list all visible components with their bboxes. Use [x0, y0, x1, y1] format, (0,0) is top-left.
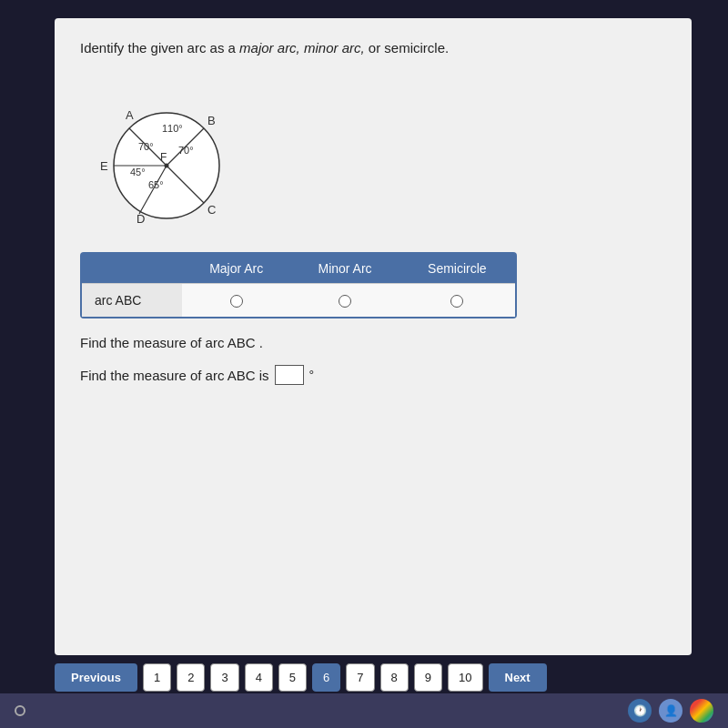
question-instruction: Identify the given arc as a major arc, m… — [80, 40, 666, 56]
table-row: arc ABC — [82, 284, 515, 318]
bottom-dot — [15, 705, 25, 716]
chrome-icon — [690, 699, 713, 723]
clock-icon: 🕐 — [628, 699, 652, 723]
angle-70-right: 70° — [178, 145, 194, 156]
find-text: Find the measure of arc ABC . — [80, 335, 666, 350]
angle-70-left: 70° — [138, 141, 154, 152]
page-btn-1[interactable]: 1 — [143, 663, 171, 692]
page-btn-5[interactable]: 5 — [278, 663, 307, 692]
page-btn-7[interactable]: 7 — [346, 663, 374, 692]
instruction-end: or semicircle. — [365, 40, 450, 56]
find-text-content: Find the measure of arc ABC . — [80, 335, 263, 350]
label-A: A — [126, 108, 134, 122]
arc-table: Major Arc Minor Arc Semicircle arc ABC — [80, 252, 517, 318]
page-btn-10[interactable]: 10 — [448, 663, 482, 692]
circle-svg: A B C D E F 110° 70° 70° 45° 65° — [80, 70, 244, 234]
answer-input[interactable] — [275, 365, 304, 385]
col-label — [82, 254, 182, 284]
radio-minor-circle[interactable] — [339, 295, 351, 308]
arc-label: arc ABC — [82, 284, 182, 318]
answer-row: Find the measure of arc ABC is ° — [80, 365, 666, 385]
label-F: F — [160, 151, 167, 164]
taskbar-icons: 🕐 👤 — [628, 699, 713, 723]
label-E: E — [100, 159, 108, 173]
label-B: B — [207, 114, 216, 127]
page-btn-2[interactable]: 2 — [177, 663, 205, 692]
radio-semi[interactable] — [399, 284, 515, 318]
angle-110: 110° — [162, 123, 183, 134]
radio-major-circle[interactable] — [230, 295, 243, 308]
page-btn-6[interactable]: 6 — [312, 663, 340, 692]
nav-bar: Previous 1 2 3 4 5 6 7 8 9 10 Next — [55, 663, 692, 692]
col-minor: Minor Arc — [290, 254, 399, 284]
answer-label: Find the measure of arc ABC is — [80, 368, 269, 383]
label-C: C — [207, 203, 216, 217]
col-semi: Semicircle — [399, 254, 515, 284]
col-major: Major Arc — [182, 254, 290, 284]
page-btn-4[interactable]: 4 — [245, 663, 273, 692]
degree-symbol: ° — [309, 368, 315, 382]
radio-semi-circle[interactable] — [450, 295, 463, 308]
radio-minor[interactable] — [290, 284, 399, 318]
user-icon: 👤 — [659, 699, 682, 723]
instruction-text: Identify the given arc as a — [80, 40, 239, 56]
circle-diagram: A B C D E F 110° 70° 70° 45° 65° — [80, 70, 244, 234]
radio-major[interactable] — [182, 284, 290, 318]
page-btn-3[interactable]: 3 — [210, 663, 238, 692]
previous-button[interactable]: Previous — [55, 663, 137, 692]
page-btn-8[interactable]: 8 — [380, 663, 409, 692]
screen: Identify the given arc as a major arc, m… — [0, 0, 728, 728]
label-D: D — [136, 212, 145, 226]
page-btn-9[interactable]: 9 — [414, 663, 442, 692]
instruction-italic: major arc, minor arc, — [239, 40, 365, 56]
angle-65: 65° — [148, 179, 164, 190]
angle-45: 45° — [130, 167, 146, 177]
content-area: Identify the given arc as a major arc, m… — [55, 18, 692, 655]
next-button[interactable]: Next — [489, 663, 547, 692]
bottom-bar: 🕐 👤 — [0, 693, 728, 728]
